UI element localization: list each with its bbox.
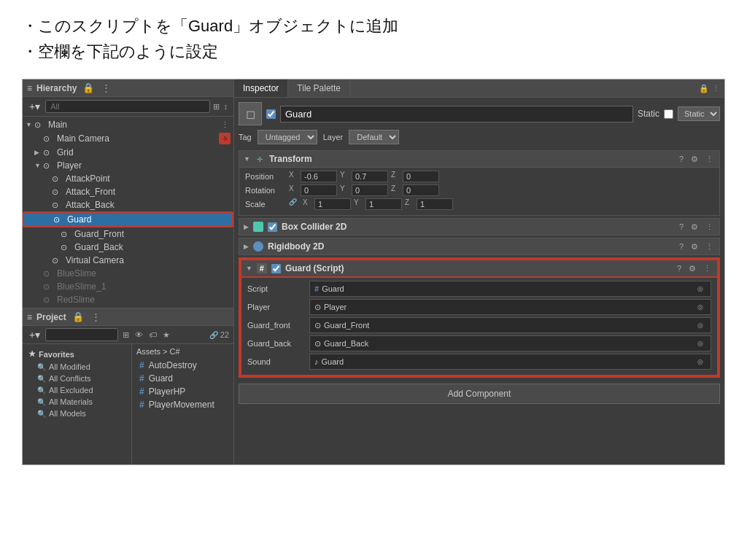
main-more-btn[interactable]: ⋮: [220, 120, 231, 130]
scale-row: Scale 🔗 X Y Z: [245, 198, 713, 210]
header-line1: ・このスクリプトを「Guard」オブジェクトに追加: [22, 13, 725, 39]
collider-settings-btn[interactable]: ⚙: [689, 222, 700, 232]
scl-y-input[interactable]: [365, 198, 402, 210]
tree-item-blueslime[interactable]: ⊙ BlueSlime: [23, 267, 233, 280]
transform-more-btn[interactable]: ⋮: [704, 155, 715, 164]
asset-playerhp[interactable]: # PlayerHP: [136, 385, 229, 398]
script-dot-btn-4[interactable]: ◎: [694, 356, 706, 368]
script-field-player: Player ⊙ Player ◎: [247, 299, 711, 315]
transform-settings-btn[interactable]: ⚙: [689, 155, 700, 164]
position-label: Position: [245, 172, 289, 181]
rot-x-input[interactable]: [301, 184, 337, 196]
rigidbody-settings-btn[interactable]: ⚙: [689, 242, 700, 252]
script-arrow: ▼: [246, 265, 252, 272]
asset-label-guard: Guard: [149, 373, 173, 384]
position-row: Position X Y Z: [245, 171, 713, 182]
tree-item-attack-front[interactable]: ⊙ Attack_Front: [23, 185, 233, 198]
object-active-checkbox[interactable]: [266, 109, 276, 119]
layer-select[interactable]: Default: [349, 130, 399, 144]
more-icon: ⋮: [712, 84, 720, 93]
tree-item-grid[interactable]: ▶ ⊙ Grid: [23, 146, 233, 159]
label-player: Player: [57, 160, 82, 171]
project-filter2-btn[interactable]: 👁: [133, 330, 144, 339]
tree-item-attackpoint[interactable]: ⊙ AttackPoint: [23, 172, 233, 185]
script-help-btn[interactable]: ?: [676, 264, 683, 273]
project-filter4-btn[interactable]: ★: [161, 330, 171, 340]
asset-label-playerhp: PlayerHP: [149, 386, 186, 397]
tree-item-guard-back[interactable]: ⊙ Guard_Back: [23, 241, 233, 254]
script-value-guard-front: ⊙ Guard_Front ◎: [309, 317, 711, 333]
asset-autodestroy[interactable]: # AutoDestroy: [136, 359, 229, 372]
rot-y-input[interactable]: [352, 184, 388, 196]
label-guard: Guard: [67, 214, 91, 225]
script-settings-btn[interactable]: ⚙: [687, 264, 697, 273]
collider-more-btn[interactable]: ⋮: [704, 222, 715, 232]
project-lock-btn[interactable]: 🔒: [71, 311, 85, 322]
collider-checkbox[interactable]: [268, 222, 277, 232]
script-dot-btn-1[interactable]: ◎: [694, 301, 706, 313]
script-dot-btn-0[interactable]: ◎: [694, 283, 706, 295]
box-collider-header[interactable]: ▶ Box Collider 2D ? ⚙ ⋮: [239, 218, 720, 236]
fav-all-modified[interactable]: 🔍 All Modified: [23, 361, 131, 373]
hierarchy-search-icon[interactable]: ⊞: [213, 102, 220, 112]
tree-item-main[interactable]: ▼ ⊙ Main ⋮: [23, 118, 233, 131]
object-name-input[interactable]: [280, 106, 633, 122]
collider-help-btn[interactable]: ?: [678, 222, 685, 231]
pos-x-input[interactable]: [301, 171, 337, 182]
script-title: Guard (Script): [285, 263, 671, 273]
scl-z-input[interactable]: [417, 198, 453, 210]
tree-item-guard-front[interactable]: ⊙ Guard_Front: [23, 228, 233, 241]
transform-header[interactable]: ▼ ✛ Transform ? ⚙ ⋮: [239, 150, 720, 168]
icon-attack-back: ⊙: [52, 201, 63, 210]
tree-item-attack-back[interactable]: ⊙ Attack_Back: [23, 198, 233, 211]
asset-guard[interactable]: # Guard: [136, 372, 229, 385]
project-search-input[interactable]: [45, 328, 118, 341]
hierarchy-sort-btn[interactable]: ↕: [222, 102, 230, 111]
pos-z-input[interactable]: [403, 171, 439, 182]
tab-inspector[interactable]: Inspector: [234, 79, 288, 97]
hierarchy-more-btn[interactable]: ⋮: [100, 82, 112, 93]
fav-all-materials[interactable]: 🔍 All Materials: [23, 396, 131, 408]
tree-item-player[interactable]: ▼ ⊙ Player: [23, 159, 233, 172]
project-more-btn[interactable]: ⋮: [90, 311, 102, 322]
add-component-button[interactable]: Add Component: [239, 384, 720, 404]
project-add-btn[interactable]: +▾: [27, 329, 42, 341]
rigidbody-header[interactable]: ▶ Rigidbody 2D ? ⚙ ⋮: [239, 238, 720, 255]
fav-all-excluded[interactable]: 🔍 All Excluded: [23, 384, 131, 396]
guard-script-header[interactable]: ▼ # Guard (Script) ? ⚙ ⋮: [240, 259, 719, 278]
project-filter3-btn[interactable]: 🏷: [147, 330, 158, 339]
static-checkbox[interactable]: [664, 109, 673, 119]
tree-item-redslime[interactable]: ⊙ RedSlime: [23, 293, 233, 306]
icon-guard: ⊙: [53, 215, 65, 225]
asset-playermovement[interactable]: # PlayerMovement: [136, 398, 229, 411]
script-more-btn[interactable]: ⋮: [702, 264, 713, 273]
rigidbody-more-btn[interactable]: ⋮: [704, 242, 715, 252]
rigidbody-help-btn[interactable]: ?: [678, 242, 685, 251]
hierarchy-add-btn[interactable]: +▾: [27, 101, 42, 112]
tree-item-guard[interactable]: ⊙ Guard: [23, 211, 233, 228]
scl-x-input[interactable]: [314, 198, 351, 210]
tree-item-blueslime1[interactable]: ⊙ BlueSlime_1: [23, 280, 233, 293]
static-label: Static: [638, 109, 659, 119]
fav-all-models[interactable]: 🔍 All Models: [23, 408, 131, 419]
hierarchy-search-input[interactable]: [45, 100, 209, 113]
tag-select[interactable]: Untagged: [258, 130, 317, 144]
transform-help-btn[interactable]: ?: [678, 155, 685, 163]
tree-item-main-camera[interactable]: ⊙ Main Camera 🐞: [23, 131, 233, 146]
static-dropdown[interactable]: Static: [678, 106, 720, 121]
fav-all-conflicts[interactable]: 🔍 All Conflicts: [23, 373, 131, 384]
favorites-header: ★ Favorites: [23, 347, 131, 361]
label-virtual-camera: Virtual Camera: [66, 255, 124, 265]
pos-y-input[interactable]: [352, 171, 388, 182]
tree-item-virtual-camera[interactable]: ⊙ Virtual Camera: [23, 254, 233, 267]
favorites-arrow: ★: [28, 349, 36, 359]
rot-z-input[interactable]: [403, 184, 439, 196]
icon-virtual-camera: ⊙: [52, 256, 63, 265]
icon-guard-front: ⊙: [61, 230, 72, 239]
script-checkbox[interactable]: [271, 264, 281, 273]
tab-tile-palette[interactable]: Tile Palette: [288, 79, 350, 97]
script-dot-btn-3[interactable]: ◎: [694, 338, 706, 349]
script-dot-btn-2[interactable]: ◎: [694, 319, 706, 331]
project-filter1-btn[interactable]: ⊞: [121, 330, 131, 340]
hierarchy-lock-btn[interactable]: 🔒: [81, 82, 96, 93]
